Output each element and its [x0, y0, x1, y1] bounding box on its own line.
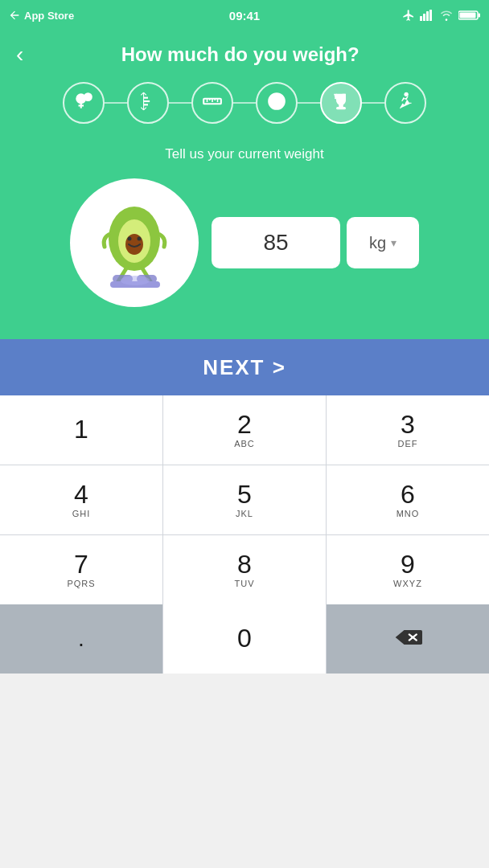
key-0[interactable]: 0 [163, 604, 326, 674]
key-9[interactable]: 9 WXYZ [327, 535, 489, 604]
height-icon [138, 91, 158, 116]
step-weight [256, 82, 298, 124]
svg-rect-24 [337, 107, 346, 108]
svg-point-21 [275, 100, 277, 102]
next-label: NEXT > [203, 355, 286, 380]
gender-icon [73, 91, 94, 116]
weight-input-row: kg ▾ [212, 217, 419, 268]
key-5-letters: JKL [236, 509, 253, 518]
back-arrow-icon [8, 9, 21, 22]
key-9-number: 9 [401, 551, 415, 577]
run-icon [395, 91, 416, 116]
weight-input[interactable] [212, 217, 340, 268]
key-dot-symbol: . [78, 628, 84, 650]
key-4-letters: GHI [72, 509, 91, 518]
step-trophy [320, 82, 362, 124]
weight-area: kg ▾ [16, 178, 473, 307]
step-line-4 [298, 102, 320, 104]
chevron-down-icon: ▾ [391, 236, 397, 249]
back-button[interactable]: ‹ [16, 43, 23, 66]
svg-point-30 [138, 237, 142, 241]
key-7-letters: PQRS [67, 579, 95, 588]
main-section: ‹ How much do you weigh? [0, 31, 489, 339]
key-8-letters: TUV [235, 579, 255, 588]
subtitle-text: Tell us your current weight [16, 146, 473, 162]
key-delete[interactable] [327, 604, 489, 674]
key-2-letters: ABC [234, 439, 255, 448]
carrier-label: App Store [24, 10, 74, 22]
numeric-keyboard: 1 2 ABC 3 DEF 4 GHI 5 JKL 6 MNO 7 PQRS 8… [0, 395, 489, 604]
next-button[interactable]: NEXT > [0, 339, 489, 395]
svg-point-34 [121, 276, 150, 285]
step-line-1 [105, 102, 127, 104]
key-7[interactable]: 7 PQRS [0, 535, 162, 604]
key-5[interactable]: 5 JKL [163, 465, 326, 534]
signal-icon [420, 10, 434, 21]
key-4[interactable]: 4 GHI [0, 465, 162, 534]
delete-icon [393, 627, 422, 651]
key-3-letters: DEF [398, 439, 418, 448]
unit-selector[interactable]: kg ▾ [347, 217, 419, 268]
svg-rect-2 [426, 11, 429, 21]
key-3[interactable]: 3 DEF [327, 395, 489, 465]
avocado-illustration [70, 178, 199, 307]
key-8[interactable]: 8 TUV [163, 535, 326, 604]
svg-rect-5 [460, 13, 476, 18]
step-line-3 [233, 102, 256, 104]
header: ‹ How much do you weigh? [16, 43, 473, 66]
status-bar: App Store 09:41 [0, 0, 489, 31]
key-1-number: 1 [74, 416, 88, 442]
battery-icon [458, 10, 481, 21]
svg-rect-6 [479, 14, 481, 18]
key-dot[interactable]: . [0, 604, 162, 674]
step-height [127, 82, 169, 124]
wifi-icon [439, 10, 454, 21]
key-2-number: 2 [237, 411, 252, 437]
key-6[interactable]: 6 MNO [327, 465, 489, 534]
key-6-letters: MNO [397, 509, 420, 518]
measure-icon [202, 91, 223, 116]
step-line-2 [169, 102, 191, 104]
key-7-number: 7 [74, 551, 88, 577]
svg-rect-1 [423, 14, 425, 21]
key-0-number: 0 [237, 625, 252, 651]
step-run [384, 82, 426, 124]
progress-steps [16, 82, 473, 124]
svg-point-8 [84, 93, 92, 100]
avocado-svg [90, 194, 179, 291]
step-gender [63, 82, 105, 124]
svg-rect-0 [420, 16, 422, 21]
key-5-number: 5 [237, 481, 252, 507]
key-1[interactable]: 1 [0, 395, 162, 465]
key-3-number: 3 [401, 411, 415, 437]
step-measure [191, 82, 233, 124]
svg-rect-3 [429, 10, 432, 21]
status-left: App Store [8, 9, 74, 22]
key-9-letters: WXYZ [393, 579, 422, 588]
key-2[interactable]: 2 ABC [163, 395, 326, 465]
scale-icon [266, 91, 287, 116]
page-title: How much do you weigh? [31, 43, 449, 66]
step-line-5 [362, 102, 384, 104]
key-6-number: 6 [401, 481, 415, 507]
svg-point-29 [128, 237, 132, 241]
key-4-number: 4 [74, 481, 88, 507]
status-time: 09:41 [229, 9, 260, 23]
airplane-icon [402, 9, 415, 22]
unit-label: kg [369, 234, 386, 252]
key-8-number: 8 [237, 551, 252, 577]
keyboard-bottom-row: . 0 [0, 604, 489, 674]
status-icons [402, 9, 481, 22]
svg-point-25 [405, 92, 408, 96]
trophy-icon [331, 91, 351, 116]
